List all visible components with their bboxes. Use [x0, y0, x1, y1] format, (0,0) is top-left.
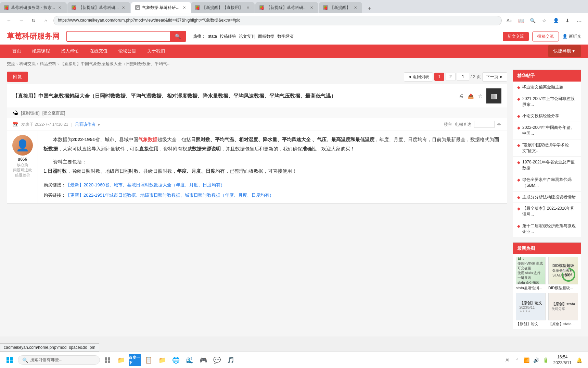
- tab-2-close[interactable]: ✕: [121, 5, 126, 10]
- author-only-label[interactable]: 只看该作者: [75, 122, 95, 127]
- post-header: 📅 发表于 2022-7-7 14:10:21 | 只看该作者 ▸ 楼主 电梯直…: [7, 118, 507, 131]
- nav-about[interactable]: 关于我们: [142, 45, 170, 58]
- sidebar-item-10[interactable]: ◆ 第十二届宏观经济政策与微观企业...: [513, 220, 581, 238]
- btn-post[interactable]: 投稿交流: [532, 32, 559, 41]
- progress-circle-area: 80%: [561, 267, 576, 283]
- nav-courses[interactable]: 绝美课程: [27, 45, 55, 58]
- user-avatar-area[interactable]: 👤 新听众: [562, 34, 581, 39]
- tab-3-close[interactable]: ✕: [181, 5, 187, 10]
- nav-help[interactable]: 找人帮忙: [55, 45, 84, 58]
- collection-icon[interactable]: ☆: [539, 16, 549, 25]
- breadcrumb-exchange[interactable]: 交流: [7, 61, 15, 67]
- search-btn[interactable]: 🔍: [170, 32, 186, 41]
- edit-icon[interactable]: ✏: [497, 122, 501, 127]
- qrcode-icon[interactable]: ▦: [486, 88, 501, 103]
- breadcrumb: 交流 › 科研交流 › 精品资料 › 【直接用】中国气象数据超级大全（日照时数数…: [0, 58, 588, 70]
- thread-title-bar: 【直接用】中国气象数据超级大全（日照时数数据、平均气温数据、相对湿度数据、降水量…: [7, 84, 507, 108]
- share-icon[interactable]: 📤: [467, 93, 474, 99]
- refresh-btn[interactable]: ↻: [29, 16, 38, 25]
- hot-img-3[interactable]: 【原创】论文 2023/5/11 ★★★★ 【原创】论文...: [516, 293, 546, 326]
- tab-3[interactable]: 🌤 气象数据 草莓科研... ✕: [131, 2, 191, 13]
- tab-6-close[interactable]: ✕: [353, 5, 358, 10]
- sidebar-item-1[interactable]: ◆ 毕业论文偏离金融主题: [513, 82, 581, 93]
- page-input[interactable]: [457, 73, 469, 81]
- author-only-arrow: ▸: [98, 122, 100, 127]
- sidebar: 精华帖子 ◆ 毕业论文偏离金融主题 ◆ 2021-2007年上市公司非控股股东.…: [513, 70, 581, 333]
- tab-6[interactable]: 🍓 【新提醒】 ✕: [319, 2, 362, 13]
- sidebar-item-4[interactable]: ◆ 2022-2004年中国商务年鉴、中国...: [513, 122, 581, 139]
- home-btn[interactable]: ⌂: [41, 16, 51, 25]
- sidebar-item-2[interactable]: ◆ 2021-2007年上市公司非控股股东...: [513, 93, 581, 111]
- sidebar-item-5[interactable]: ◆ "发展中国家经济学学术论文"征文...: [513, 139, 581, 157]
- elevator-input[interactable]: [474, 121, 495, 128]
- username[interactable]: u666: [18, 157, 27, 162]
- hot-link-stata[interactable]: stata: [208, 34, 217, 39]
- tab-4-close[interactable]: ✕: [245, 5, 251, 10]
- new-user-label: 新听众: [569, 34, 581, 39]
- site-logo: 草莓科研服务网: [7, 31, 60, 41]
- hot-img-4-placeholder: 【原创】stata 代码分享: [548, 293, 578, 320]
- forward-btn[interactable]: →: [16, 16, 26, 25]
- thread-icon: 🌤: [13, 110, 18, 116]
- bold-sunshine: 日照时数: [48, 168, 67, 174]
- copy-link-btn[interactable]: [复制链接]: [21, 110, 40, 116]
- breadcrumb-research[interactable]: 科研交流: [19, 61, 36, 67]
- post-avatar-col: 👤 u666 放心购 问题可退款 赔退差价: [7, 131, 38, 203]
- hot-img-1[interactable]: 目： 使用Python 生成可交变量 使用 stata 进行一键显著 stata…: [516, 257, 546, 290]
- hot-link-reprint[interactable]: 论文复刊: [239, 34, 255, 39]
- dot-4: ◆: [517, 125, 520, 130]
- tab-1[interactable]: 🍓 草莓科研服务网 - 搜索... ✕: [0, 2, 67, 13]
- hot-link-panel[interactable]: 面板数据: [258, 34, 274, 39]
- tab-1-close[interactable]: ✕: [57, 5, 63, 10]
- back-btn[interactable]: ←: [4, 16, 14, 25]
- hot-img-2-title: DID模型超级...: [548, 285, 578, 290]
- more-icon[interactable]: …: [574, 16, 584, 25]
- read-mode-icon[interactable]: 📖: [516, 16, 526, 25]
- sidebar-item-9[interactable]: ◆ 【最全版本】2021-2010年和讯网...: [513, 203, 581, 220]
- sidebar-item-8[interactable]: ◆ 主成分分析法构建投资者情绪: [513, 192, 581, 203]
- tab-4-favicon: 🍓: [195, 5, 200, 10]
- hot-link-digital[interactable]: 数字经济: [277, 34, 294, 39]
- next-btn[interactable]: 下一页 ►: [482, 72, 507, 82]
- hot-img-4[interactable]: 【原创】stata 代码分享 【原创】stata...: [548, 293, 578, 326]
- download-icon[interactable]: ⬇: [563, 16, 572, 25]
- account-icon[interactable]: 👤: [551, 16, 561, 25]
- prev-btn[interactable]: ◄ 返回列表: [404, 72, 433, 82]
- post-date-icon: 📅: [13, 122, 18, 127]
- btn-new-article[interactable]: 新文交流: [503, 32, 529, 41]
- bold-periods: 年度、月度、日度: [177, 168, 215, 174]
- user-tag-3: 赔退差价: [13, 173, 32, 178]
- separator: |: [71, 122, 72, 127]
- submit-baidu-btn[interactable]: [提交至百度]: [42, 110, 65, 116]
- address-input[interactable]: [53, 16, 502, 25]
- hot-img-2[interactable]: DID模型超级 数据分析教程 STATA代码: [548, 257, 578, 290]
- page-wrapper: 草莓科研服务网 🔍 热搜： stata 投稿经验 论文复刊 面板数据 数字经济 …: [0, 28, 588, 336]
- search-input[interactable]: [67, 32, 170, 41]
- page-sep: /: [471, 74, 472, 79]
- buy-link-2[interactable]: 【更新】2022-1951年城市日照数据、地级市日照时数数据、城市日照时数数据（…: [66, 193, 274, 198]
- tab-5-close[interactable]: ✕: [309, 5, 314, 10]
- sidebar-item-6[interactable]: ◆ 1978-2021年各省农业总产值数据: [513, 157, 581, 174]
- sidebar-item-3[interactable]: ◆ 小论文投稿经验分享: [513, 110, 581, 122]
- page-2-btn[interactable]: 2: [446, 73, 456, 81]
- nav-notice[interactable]: 论坛公告: [113, 45, 142, 58]
- tab-2[interactable]: 🍓 【新提醒】草莓科研... ✕: [67, 2, 130, 13]
- nav-recharge[interactable]: 在线充值: [84, 45, 113, 58]
- translate-icon[interactable]: A↕: [504, 16, 514, 25]
- dot-10: ◆: [517, 224, 520, 229]
- red-weather: 气象数据: [138, 137, 157, 142]
- sidebar-item-7[interactable]: ◆ 绿色全要素生产率测算代码（SBM...: [513, 174, 581, 192]
- buy-link-1[interactable]: 【最新】2020-1960省、城市、县域日照时数数据大全（年度、月度、日度均有）: [66, 182, 225, 187]
- zoom-icon[interactable]: 🔍: [528, 16, 537, 25]
- breadcrumb-premium[interactable]: 精品资料: [40, 61, 56, 67]
- reply-btn[interactable]: 回复: [7, 72, 28, 82]
- tab-4[interactable]: 🍓 【新提醒】【直接用】 ✕: [191, 2, 255, 13]
- tab-5[interactable]: 🍓 【新提醒】草莓科研... ✕: [255, 2, 318, 13]
- tab-add-btn[interactable]: +: [366, 5, 374, 13]
- page-1-btn[interactable]: 1: [434, 73, 444, 81]
- nav-home[interactable]: 首页: [7, 45, 27, 58]
- print-icon[interactable]: 🖨: [458, 93, 464, 99]
- nav-quick[interactable]: 快捷导航▼: [548, 45, 581, 57]
- hot-link-post[interactable]: 投稿经验: [220, 34, 236, 39]
- collect-icon[interactable]: ☆: [477, 93, 484, 99]
